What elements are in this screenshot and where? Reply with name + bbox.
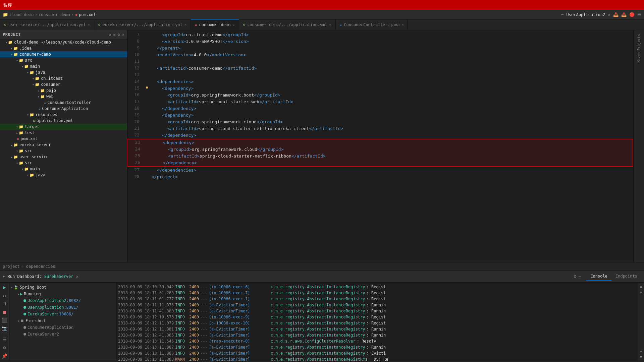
expand-btn[interactable]: ⬛ <box>1 317 8 323</box>
refresh-icon[interactable]: ↺ <box>109 32 111 37</box>
run-item-springboot[interactable]: 🍃 Spring Boot <box>9 284 116 291</box>
line-code: <dependency> <box>151 139 194 146</box>
log-num: 2400 <box>186 338 199 344</box>
tab-eureka-server-yml[interactable]: ⚙ eureka-server/.../application.yml ✕ <box>94 19 191 30</box>
pause-btn[interactable]: ⏸ <box>1 300 8 307</box>
tree-item-java[interactable]: 📁 java <box>0 69 127 75</box>
line-number: 27 <box>127 167 144 172</box>
tree-item-applicationyml[interactable]: ⚙ application.yml <box>0 118 127 124</box>
tab-endpoints[interactable]: Endpoints <box>611 273 641 281</box>
settings2-btn[interactable]: ⚙ <box>1 344 8 351</box>
tree-item-main2[interactable]: 📁 main <box>0 166 127 172</box>
log-class: c.n.e.registry.AbstractInstanceRegistry <box>271 290 365 296</box>
filter-btn[interactable]: ☰ <box>1 336 8 343</box>
log-dashes: --- <box>200 308 208 314</box>
close-sidebar-icon[interactable]: ✕ <box>122 32 124 37</box>
code-line: 24 <groupId>org.springframework.cloud</g… <box>127 146 633 153</box>
code-editor[interactable]: 7 <groupId>cn.itcast.demo</groupId>8 <ve… <box>127 30 633 262</box>
panel-left-tools: ▶ ↺ ⏸ ■ ⬛ 📷 ☰ ⚙ 📌 <box>0 283 9 361</box>
nav-action-icon5[interactable]: 🔴 <box>629 12 635 17</box>
tree-item-java2[interactable]: 📁 java <box>0 172 127 178</box>
line-code: </dependency> <box>150 105 196 112</box>
scroll-top-icon[interactable]: ▲ <box>640 284 642 289</box>
log-num: 2400 <box>186 326 199 332</box>
code-line: 26 </dependency> <box>127 160 633 167</box>
tree-item-cnitcast[interactable]: 📁 cn.itcast <box>0 75 127 81</box>
nav-item-cloud[interactable]: cloud-demo <box>9 12 34 17</box>
tree-item-idea[interactable]: 📁 .idea <box>0 45 127 51</box>
tree-item-ConsumerController[interactable]: ☕ ConsumerController <box>0 100 127 106</box>
run-item-eurekaserver[interactable]: EurekaServer :10086/ <box>9 311 116 317</box>
run-item-consumer-app[interactable]: ConsumerApplication <box>9 324 116 331</box>
log-level: INFO <box>175 308 185 314</box>
line-code: </parent> <box>150 45 180 52</box>
tree-item-cloud-demo[interactable]: 📁 cloud-demo ~/lesson/yun6/code/cloud-de… <box>0 39 127 45</box>
stop-btn[interactable]: ■ <box>1 308 8 315</box>
scroll-up-icon[interactable]: ▴ <box>640 289 642 294</box>
collapse-icon[interactable]: ⇉ <box>113 32 115 37</box>
tree-item-resources[interactable]: 📁 resources <box>0 112 127 118</box>
tree-item-eureka-server[interactable]: 📁 eureka-server <box>0 142 127 148</box>
tree-item-src[interactable]: 📁 src <box>0 57 127 63</box>
nav-action-icon2[interactable]: ↺ <box>608 12 610 17</box>
tree-arrow <box>11 143 13 147</box>
eureka-server-link[interactable]: EurekaServer <box>44 274 73 279</box>
scroll-down-icon[interactable]: ▾ <box>640 349 642 354</box>
tree-label: java <box>36 70 45 75</box>
settings-icon[interactable]: ⚙ <box>118 32 120 37</box>
tab-user-service-yml[interactable]: ⚙ user-service/.../application.yml ✕ <box>0 19 94 30</box>
tree-arrow <box>16 161 18 165</box>
tree-item-pomxml[interactable]: ◈ pom.xml <box>0 136 127 142</box>
tree-item-test[interactable]: 📁 test <box>0 130 127 136</box>
log-num: 2400 <box>186 296 199 302</box>
log-area[interactable]: 2018-09-09 18:10:59.042 INFO 2400 --- [i… <box>117 283 638 361</box>
tab-consumer-demo[interactable]: ◈ consumer-demo ✕ <box>191 19 239 30</box>
tree-item-web[interactable]: 📁 web <box>0 94 127 100</box>
panel-settings-icon[interactable]: ⚙ <box>574 274 577 279</box>
run-item-finished[interactable]: ⏹ Finished <box>9 317 116 324</box>
nav-item-pom[interactable]: pom.xml <box>79 12 96 17</box>
sidebar-icons: ↺ ⇉ ⚙ ✕ <box>109 32 124 37</box>
nav-action-icon1[interactable]: ⬅ <box>561 12 564 17</box>
tree-arrow <box>11 155 13 159</box>
panel-minimize-icon[interactable]: — <box>579 274 581 279</box>
pin-btn[interactable]: 📌 <box>1 353 8 359</box>
rerun-btn[interactable]: ↺ <box>1 292 8 299</box>
scroll-bottom-icon[interactable]: ▼ <box>640 355 642 359</box>
code-content: 7 <groupId>cn.itcast.demo</groupId>8 <ve… <box>127 30 633 182</box>
nav-bar: 📁 cloud-demo › consumer-demo › ◈ pom.xml… <box>0 10 644 19</box>
tab-consumer-controller[interactable]: ☕ ConsumerController.java ✕ <box>336 19 408 30</box>
nav-action-icon6[interactable]: ☰ <box>637 12 641 17</box>
run-item-userapp[interactable]: UserApplication :8081/ <box>9 304 116 311</box>
tab-console[interactable]: Console <box>586 273 611 281</box>
line-number: 22 <box>127 132 144 137</box>
tree-label: java <box>36 173 45 177</box>
run-btn[interactable]: ▶ <box>1 284 8 291</box>
tree-item-src3[interactable]: 📁 src <box>0 160 127 166</box>
consumer-app-label: ConsumerApplication <box>28 325 73 330</box>
line-number: 14 <box>127 78 144 84</box>
line-code: <dependency> <box>150 112 194 119</box>
capture-btn[interactable]: 📷 <box>1 325 8 331</box>
run-item-eurekaserver2[interactable]: EurekaServer2 <box>9 331 116 338</box>
run-item-running[interactable]: ▶ Running <box>9 291 116 297</box>
tree-label: cloud-demo ~/lesson/yun6/code/cloud-demo <box>14 40 111 45</box>
tree-item-main[interactable]: 📁 main <box>0 63 127 69</box>
nav-action-icon3[interactable]: 📥 <box>613 12 619 17</box>
log-msg: : Regist <box>367 290 386 296</box>
tree-item-user-service[interactable]: 📁 user-service <box>0 154 127 160</box>
tree-item-consumer[interactable]: 📁 consumer <box>0 81 127 87</box>
tree-item-consumer-demo[interactable]: 📁 consumer-demo <box>0 51 127 57</box>
tree-item-ConsumerApplication[interactable]: ☕ ConsumerApplication <box>0 106 127 112</box>
tree-item-pojo[interactable]: 📁 pojo <box>0 87 127 94</box>
tree-item-target[interactable]: 📁 target <box>0 124 127 130</box>
editor-breadcrumb: project › dependencies <box>0 262 644 270</box>
tab-consumer-demo-yml[interactable]: ⚙ consumer-demo/.../application.yml ✕ <box>239 19 336 30</box>
java-icon: ☕ <box>38 106 41 111</box>
nav-action-icon4[interactable]: 📤 <box>621 12 627 17</box>
run-item-userapp2[interactable]: UserApplication2 :8082/ <box>9 297 116 304</box>
maven-tab[interactable]: Maven Projects <box>636 32 642 65</box>
tree-item-src2[interactable]: 📁 src <box>0 148 127 154</box>
panel-close: ✕ <box>76 274 78 279</box>
nav-item-consumer[interactable]: consumer-demo <box>39 12 70 17</box>
